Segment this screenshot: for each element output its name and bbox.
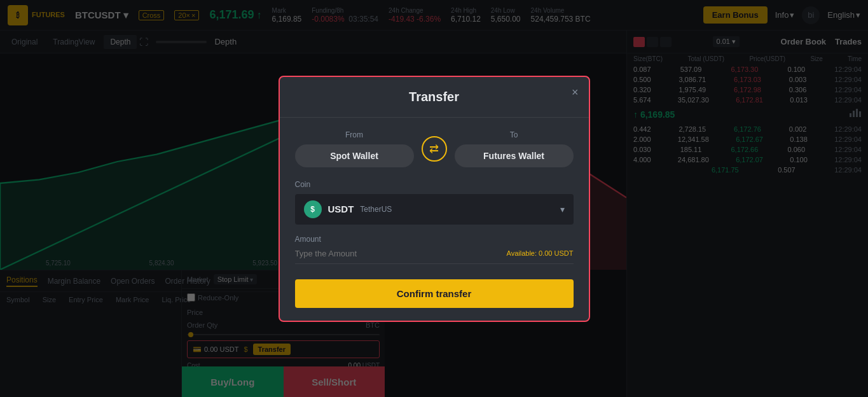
to-wallet-button[interactable]: Futures Wallet [455,144,574,167]
coin-symbol: USDT [328,204,354,214]
available-balance: Available: 0.00 USDT [507,249,574,257]
swap-icon: ⇄ [429,142,439,156]
usdt-coin-icon: $ [304,200,322,218]
amount-section-label: Amount [295,235,574,244]
swap-direction-button[interactable]: ⇄ [422,136,447,162]
from-label: From [295,130,414,139]
from-side: From Spot Wallet [295,130,414,167]
amount-input[interactable] [295,249,507,258]
amount-row: Available: 0.00 USDT [295,249,574,264]
modal-overlay: Transfer × From Spot Wallet ⇄ To Futures… [0,0,868,397]
coin-full-name: TetherUS [360,205,392,214]
to-label: To [455,130,574,139]
modal-header: Transfer × [280,77,589,118]
coin-selector[interactable]: $ USDT TetherUS ▾ [295,194,574,225]
chevron-down-icon: ▾ [560,204,565,214]
modal-title: Transfer [409,90,459,104]
from-wallet-button[interactable]: Spot Wallet [295,144,414,167]
to-side: To Futures Wallet [455,130,574,167]
coin-section-label: Coin [295,180,574,189]
confirm-transfer-button[interactable]: Confirm transfer [295,279,574,308]
close-button[interactable]: × [572,86,579,99]
transfer-modal: Transfer × From Spot Wallet ⇄ To Futures… [279,76,590,322]
transfer-direction-row: From Spot Wallet ⇄ To Futures Wallet [295,130,574,167]
modal-body: From Spot Wallet ⇄ To Futures Wallet Coi… [280,118,589,321]
